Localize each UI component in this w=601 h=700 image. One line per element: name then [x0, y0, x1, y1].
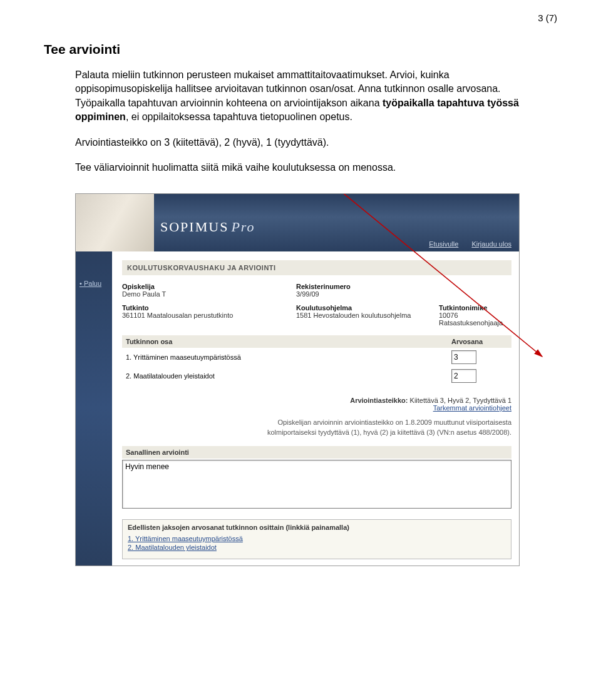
prev-grades-title: Edellisten jaksojen arvosanat tutkinnon … [128, 524, 506, 531]
prev-link-2[interactable]: 2. Maatilatalouden yleistaidot [128, 544, 506, 551]
intro-paragraph: Palauta mieliin tutkinnon perusteen muka… [75, 68, 526, 124]
prev-link-1[interactable]: 1. Yrittäminen maaseutuympäristössä [128, 535, 506, 542]
meta-grid: Opiskelija Demo Paula T Rekisterinumero … [122, 283, 511, 332]
scale-change-note: Opiskelijan arvioinnin arviointiasteikko… [229, 418, 511, 437]
scale-label: Arviointiasteikko: [350, 397, 408, 404]
col-arvosana: Arvosana [448, 335, 511, 348]
nav-home-link[interactable]: Etusivulle [429, 240, 458, 248]
verbal-eval-textarea[interactable] [122, 460, 511, 509]
col-osa: Tutkinnon osa [122, 335, 448, 348]
value-tutkinto: 361101 Maatalousalan perustutkinto [122, 312, 285, 319]
label-tutkinto: Tutkinto [122, 304, 285, 312]
sidebar-back-link[interactable]: Paluu [76, 280, 112, 287]
table-row: 2. Maatilatalouden yleistaidot [122, 367, 511, 385]
previous-grades-box: Edellisten jaksojen arvosanat tutkinnon … [122, 519, 511, 559]
scale-details-link[interactable]: Tarkemmat arviointiohjeet [433, 404, 511, 412]
logo-sub: Pro [231, 219, 255, 235]
value-nimike: 10076 Ratsastuksenohjaaja [439, 312, 511, 327]
section-title: Tee arviointi [44, 42, 557, 57]
verbal-eval-title: Sanallinen arviointi [122, 446, 511, 459]
value-opiskelija: Demo Paula T [122, 290, 285, 298]
page-number: 3 (7) [44, 13, 557, 23]
label-rekisteri: Rekisterinumero [296, 283, 428, 290]
grade-table-header: Tutkinnon osa Arvosana [122, 335, 511, 348]
label-opiskelija: Opiskelija [122, 283, 285, 290]
row-label: 1. Yrittäminen maaseutuympäristössä [122, 352, 448, 362]
instruction-paragraph: Tee väliarvioinnit huolimatta siitä mikä… [75, 161, 526, 175]
nav-logout-link[interactable]: Kirjaudu ulos [471, 240, 511, 248]
main-panel: KOULUTUSKORVAUSHAKU JA ARVIOINTI Opiskel… [112, 251, 519, 566]
table-row: 1. Yrittäminen maaseutuympäristössä [122, 348, 511, 367]
label-nimike: Tutkintonimike [439, 304, 511, 312]
banner-links: Etusivulle Kirjaudu ulos [418, 240, 511, 248]
intro-tail: , ei oppilaitoksessa tapahtuva tietopuol… [126, 111, 352, 122]
page-title: KOULUTUSKORVAUSHAKU JA ARVIOINTI [122, 260, 511, 275]
app-screenshot: SOPIMUSPro Etusivulle Kirjaudu ulos Palu… [75, 193, 520, 566]
app-banner: SOPIMUSPro Etusivulle Kirjaudu ulos [76, 194, 519, 251]
grade-input-2[interactable] [451, 369, 476, 383]
value-rekisteri: 3/99/09 [296, 290, 428, 298]
grade-input-1[interactable] [451, 350, 476, 364]
value-ohjelma: 1581 Hevostalouden koulutusohjelma [296, 312, 428, 319]
logo-text: SOPIMUS [160, 219, 229, 235]
scale-line: Arviointiasteikko: Kiitettävä 3, Hyvä 2,… [122, 397, 511, 412]
scale-text: Kiitettävä 3, Hyvä 2, Tyydyttävä 1 [410, 397, 511, 404]
banner-decorative-photo [76, 194, 154, 251]
app-logo: SOPIMUSPro [160, 219, 255, 235]
scale-paragraph: Arviointiasteikko on 3 (kiitettävä), 2 (… [75, 136, 526, 150]
label-ohjelma: Koulutusohjelma [296, 304, 428, 312]
sidebar: Paluu [76, 251, 112, 566]
row-label: 2. Maatilatalouden yleistaidot [122, 371, 448, 381]
